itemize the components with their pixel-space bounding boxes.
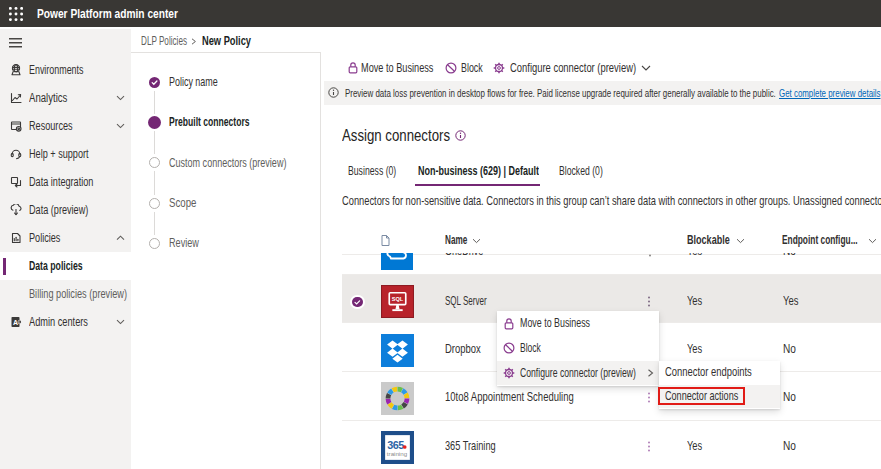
svg-text:A: A [13, 319, 18, 326]
svg-text:SQL: SQL [391, 296, 403, 302]
svg-text:training: training [386, 449, 407, 456]
